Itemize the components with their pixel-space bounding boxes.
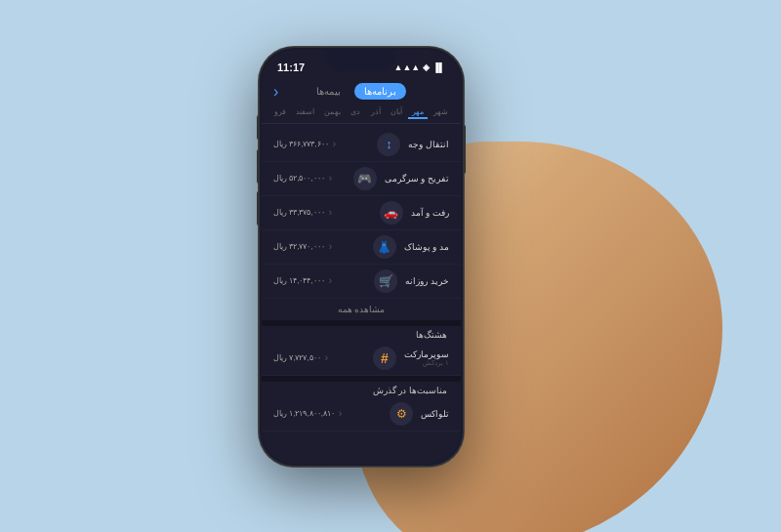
- month-tab-aza[interactable]: آذر: [367, 106, 385, 119]
- chevron-left-icon: ‹: [329, 275, 332, 286]
- transaction-info: انتقال وجه: [408, 140, 449, 149]
- month-tab-mehr[interactable]: مهر: [408, 106, 428, 119]
- content-area: ‹ ۳۶۶,۷۷۳,۶۰۰ ریال انتقال وجه ↕: [262, 124, 461, 464]
- entertainment-icon: 🎮: [353, 167, 377, 190]
- transaction-row[interactable]: ‹ ۳۲,۷۷۰,۰۰۰ ریال مد و پوشاک 👗: [262, 230, 461, 265]
- section-occasions-header: مناسبت‌ها در گذرش: [262, 382, 461, 397]
- chevron-left-icon: ‹: [325, 352, 328, 363]
- occasion-icon: ⚙: [390, 402, 413, 426]
- chevron-left-icon: ‹: [339, 408, 342, 419]
- occasion-info: تلواکس: [421, 409, 449, 419]
- chevron-left-icon: ‹: [333, 139, 336, 149]
- transaction-amount: ‹ ۵۲,۵۰۰,۰۰۰ ریال: [273, 173, 332, 184]
- transaction-row[interactable]: ‹ ۳۳,۳۷۵,۰۰۰ ریال رفت و آمد 🚗: [262, 196, 461, 230]
- power-button: [463, 125, 466, 174]
- month-tabs: فرو اسفند بهمن دی آذر آبان مهر شهر: [262, 104, 461, 124]
- month-tab-shr[interactable]: شهر: [430, 106, 452, 119]
- month-tab-bah[interactable]: بهمن: [320, 106, 345, 119]
- month-tab-esf[interactable]: اسفند: [292, 106, 318, 119]
- app-header: › بیمه‌ها برنامه‌ها: [262, 77, 461, 104]
- phone-notch: [327, 50, 395, 71]
- battery-icon: ▐▌: [432, 62, 445, 72]
- chevron-left-icon: ‹: [329, 207, 332, 218]
- month-tab-dey[interactable]: دی: [347, 106, 364, 119]
- transaction-info: رفت و آمد: [411, 208, 449, 218]
- signal-icon: ▲▲▲: [394, 62, 421, 72]
- transfer-icon: ↕: [377, 133, 400, 156]
- wifi-icon: ◈: [423, 62, 430, 72]
- transaction-amount: ‹ ۳۳,۳۷۵,۰۰۰ ریال: [273, 207, 332, 218]
- phone-wrapper: 11:17 ▲▲▲ ◈ ▐▌ › بیمه‌ها برنامه‌ها: [259, 47, 464, 467]
- tab-insurance[interactable]: بیمه‌ها: [307, 83, 350, 100]
- tab-programs[interactable]: برنامه‌ها: [354, 83, 406, 100]
- transaction-right: رفت و آمد 🚗: [380, 201, 449, 225]
- hashtag-info: سوپرمارکت ۱ بردکش: [404, 349, 449, 367]
- occasion-row[interactable]: ‹ ۱,۲۱۹,۸۰۰,۸۱۰ ریال تلواکس ⚙: [262, 397, 461, 431]
- hashtag-icon: #: [373, 347, 396, 370]
- transaction-row[interactable]: ‹ ۳۶۶,۷۷۳,۶۰۰ ریال انتقال وجه ↕: [262, 128, 461, 162]
- see-all-button[interactable]: مشاهده همه: [262, 299, 461, 320]
- transaction-info: خرید روزانه: [405, 276, 449, 286]
- occasion-amount: ‹ ۱,۲۱۹,۸۰۰,۸۱۰ ریال: [273, 408, 342, 419]
- transaction-right: خرید روزانه 🛒: [374, 269, 449, 293]
- chevron-left-icon: ‹: [329, 241, 332, 252]
- chevron-left-icon: ‹: [329, 173, 332, 184]
- shopping-icon: 🛒: [374, 269, 397, 293]
- hashtag-row[interactable]: ‹ ۷,۷۲۷,۵۰۰ ریال سوپرمارکت ۱ بردکش #: [262, 342, 461, 376]
- transport-icon: 🚗: [380, 201, 403, 225]
- fashion-icon: 👗: [373, 235, 396, 259]
- occasion-right: تلواکس ⚙: [390, 402, 449, 426]
- month-tab-far[interactable]: فرو: [270, 106, 290, 119]
- month-tab-aba[interactable]: آبان: [387, 106, 406, 119]
- volume-up-button: [257, 149, 260, 184]
- back-chevron-icon[interactable]: ›: [273, 83, 278, 101]
- transaction-amount: ‹ ۳۶۶,۷۷۳,۶۰۰ ریال: [273, 139, 336, 149]
- status-icons: ▲▲▲ ◈ ▐▌: [394, 62, 446, 72]
- header-tabs: بیمه‌ها برنامه‌ها: [307, 83, 406, 100]
- transaction-right: تفریح و سرگرمی 🎮: [353, 167, 449, 190]
- phone-screen: 11:17 ▲▲▲ ◈ ▐▌ › بیمه‌ها برنامه‌ها: [262, 50, 461, 464]
- silent-button: [257, 115, 260, 140]
- scene: 11:17 ▲▲▲ ◈ ▐▌ › بیمه‌ها برنامه‌ها: [0, 0, 781, 532]
- phone-frame: 11:17 ▲▲▲ ◈ ▐▌ › بیمه‌ها برنامه‌ها: [259, 47, 464, 467]
- status-time: 11:17: [277, 61, 305, 73]
- transaction-info: مد و پوشاک: [404, 242, 449, 252]
- transaction-right: انتقال وجه ↕: [377, 133, 449, 156]
- transaction-row[interactable]: ‹ ۱۴,۰۴۴,۰۰۰ ریال خرید روزانه 🛒: [262, 265, 461, 299]
- transaction-amount: ‹ ۳۲,۷۷۰,۰۰۰ ریال: [273, 241, 332, 252]
- hashtag-right: سوپرمارکت ۱ بردکش #: [373, 347, 449, 370]
- section-hashtags-header: هشتگ‌ها: [262, 326, 461, 342]
- hashtag-amount: ‹ ۷,۷۲۷,۵۰۰ ریال: [273, 352, 328, 363]
- transaction-info: تفریح و سرگرمی: [385, 174, 449, 184]
- volume-down-button: [257, 191, 260, 225]
- transaction-right: مد و پوشاک 👗: [373, 235, 449, 259]
- transaction-row[interactable]: ‹ ۵۲,۵۰۰,۰۰۰ ریال تفریح و سرگرمی 🎮: [262, 162, 461, 196]
- transaction-amount: ‹ ۱۴,۰۴۴,۰۰۰ ریال: [273, 275, 332, 286]
